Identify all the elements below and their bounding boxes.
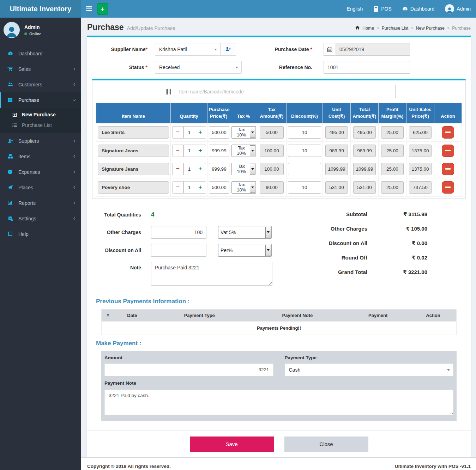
sidebar-item-new-purchase[interactable]: New Purchase	[0, 109, 81, 120]
quantity-increase-button[interactable]: +	[195, 181, 206, 194]
sidebar-item-sales[interactable]: Sales	[0, 61, 81, 77]
quantity-decrease-button[interactable]: −	[172, 126, 183, 139]
summary-row-other-charges: Other Charges ₹ 105.00	[289, 226, 427, 232]
other-charges-tax-select[interactable]: Vat 5%	[218, 226, 272, 239]
amount-label: Amount	[104, 355, 273, 360]
purchase-price-input[interactable]	[209, 145, 229, 157]
amount-input[interactable]	[104, 364, 273, 376]
sidebar-item-purchase[interactable]: Purchase	[0, 92, 81, 108]
total-amount-value: 495.00	[353, 126, 376, 139]
discount-on-all-input[interactable]	[151, 244, 206, 257]
summary-panel: Subtotal ₹ 3115.98Other Charges ₹ 105.00…	[289, 211, 466, 291]
items-card: Item NameQuantityPurchase Price(₹)Tax %T…	[92, 79, 466, 199]
cart-icon	[7, 66, 13, 72]
status-label: Status *	[87, 65, 147, 70]
discount-input[interactable]	[288, 126, 321, 139]
item-search-input[interactable]	[175, 85, 396, 98]
sidebar-item-expenses[interactable]: Expenses	[0, 164, 81, 180]
other-charges-input[interactable]	[151, 226, 206, 239]
remove-item-button[interactable]	[442, 163, 454, 175]
unit-sales-price-value: 1375.00	[409, 145, 432, 157]
status-select[interactable]: Received	[155, 61, 242, 74]
sidebar-item-label: Customers	[18, 82, 42, 87]
sidebar-item-places[interactable]: Places	[0, 180, 81, 195]
discount-input[interactable]	[288, 145, 321, 157]
unit-sales-price-value: 737.50	[409, 181, 432, 194]
item-name-input	[98, 145, 169, 157]
quantity-input[interactable]	[183, 126, 195, 139]
totals-section: Total Quantities 4 Other Charges Vat 5%	[87, 206, 471, 293]
add-supplier-button[interactable]	[220, 43, 236, 56]
pos-link[interactable]: POS	[368, 0, 397, 18]
sidebar-item-dashboard[interactable]: Dashboard	[0, 46, 81, 61]
dashboard-icon	[7, 51, 13, 56]
discount-input[interactable]	[288, 163, 321, 175]
calendar-icon[interactable]	[324, 43, 336, 56]
sidebar-item-items[interactable]: Items	[0, 149, 81, 164]
breadcrumb-home[interactable]: Home	[362, 26, 374, 31]
supplier-select[interactable]: Krishna Patil	[155, 43, 221, 56]
remove-item-button[interactable]	[442, 126, 454, 139]
purchase-price-input[interactable]	[209, 126, 229, 139]
reference-input[interactable]	[324, 61, 410, 74]
tax-select[interactable]: Tax 10%	[231, 126, 256, 139]
sidebar-item-settings[interactable]: Settings	[0, 211, 81, 226]
purchase-price-input[interactable]	[209, 181, 229, 194]
quantity-increase-button[interactable]: +	[195, 163, 206, 175]
quantity-increase-button[interactable]: +	[195, 145, 206, 157]
quantity-increase-button[interactable]: +	[195, 126, 206, 139]
page-subtitle: Add/Update Purchase	[127, 25, 175, 31]
sidebar-item-customers[interactable]: Customers	[0, 77, 81, 92]
sidebar-item-label: Items	[18, 154, 30, 159]
sidebar-item-suppliers[interactable]: Suppliers	[0, 133, 81, 149]
save-button[interactable]: Save	[190, 437, 274, 452]
column-header-profit-margin-: Profit Margin(%)	[379, 103, 406, 123]
quantity-input[interactable]	[183, 145, 195, 157]
sidebar-item-help[interactable]: Help	[0, 226, 81, 242]
discount-type-select[interactable]: Per%	[218, 244, 272, 257]
remove-item-button[interactable]	[442, 181, 454, 194]
summary-value: ₹ 0.02	[367, 255, 427, 261]
quick-add-button[interactable]: +	[97, 3, 108, 15]
tax-select[interactable]: Tax 10%	[231, 163, 256, 175]
purchase-price-input[interactable]	[209, 163, 229, 175]
payments-pending-message: Payments Pending!!	[102, 321, 457, 335]
profit-margin-value: 25.00	[381, 181, 404, 194]
user-menu[interactable]: Admin	[440, 0, 476, 18]
close-button[interactable]: Close	[284, 437, 368, 452]
quantity-decrease-button[interactable]: −	[172, 163, 183, 175]
sidebar-item-label: Settings	[18, 216, 36, 221]
column-header-unit-cost-: Unit Cost(₹)	[323, 103, 351, 123]
tax-select[interactable]: Tax 10%	[231, 145, 256, 157]
note-textarea[interactable]: Purchase Paid 3221	[151, 262, 272, 286]
online-status-icon	[24, 32, 27, 35]
payment-note-textarea[interactable]: 3221 Paid by cash.	[104, 390, 453, 415]
payment-type-select[interactable]: Cash	[285, 364, 454, 376]
discount-input[interactable]	[288, 181, 321, 194]
sidebar-item-reports[interactable]: Reports	[0, 195, 81, 211]
sidebar-item-label: Sales	[18, 66, 31, 72]
quantity-decrease-button[interactable]: −	[172, 145, 183, 157]
sidebar-item-purchase-list[interactable]: Purchase List	[0, 120, 81, 130]
remove-item-button[interactable]	[442, 145, 454, 157]
quantity-input[interactable]	[183, 181, 195, 194]
purchase-date-input[interactable]	[336, 43, 410, 56]
dashboard-link[interactable]: Dashboard	[397, 0, 440, 18]
tax-amount-value: 100.00	[260, 163, 284, 175]
breadcrumb-current: Purchase	[452, 26, 471, 31]
user-avatar-icon	[445, 4, 454, 13]
summary-label: Round Off	[342, 255, 367, 261]
summary-row-discount-on-all: Discount on All ₹ 0.00	[289, 240, 427, 246]
sidebar-toggle-button[interactable]	[81, 0, 97, 18]
sidebar-item-label: Expenses	[18, 169, 40, 175]
quantity-stepper: − +	[172, 126, 206, 139]
language-menu[interactable]: English	[341, 0, 368, 18]
quantity-decrease-button[interactable]: −	[172, 181, 183, 194]
quantity-input[interactable]	[183, 163, 195, 175]
brand-logo[interactable]: Ultimate Inventory	[0, 0, 81, 18]
column-header-purchase-price-: Purchase Price(₹)	[207, 103, 230, 123]
breadcrumb-new-purchase[interactable]: New Purchase	[416, 26, 445, 31]
tax-select[interactable]: Tax 18%	[231, 181, 256, 194]
breadcrumb-purchase-list[interactable]: Purchase List	[382, 26, 409, 31]
list-icon	[12, 123, 18, 128]
